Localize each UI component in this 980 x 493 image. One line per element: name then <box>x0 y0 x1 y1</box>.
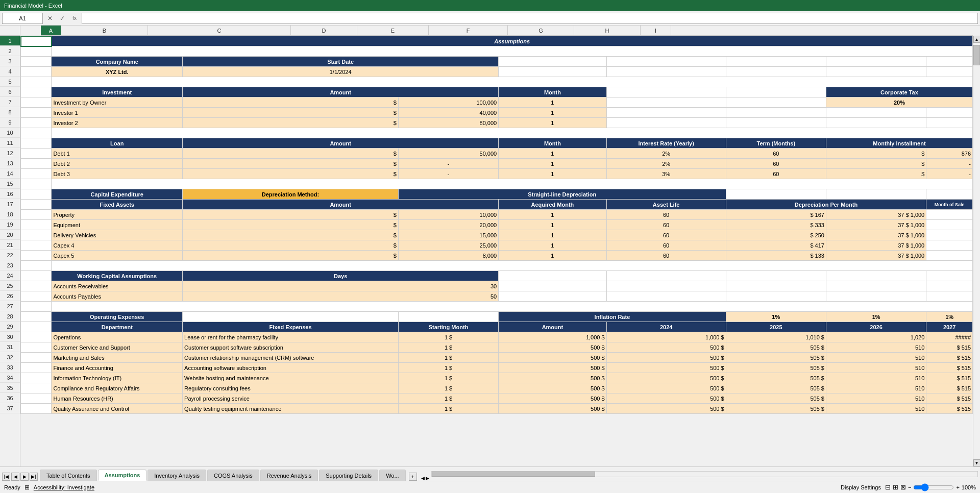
cell-A11[interactable] <box>21 138 52 149</box>
cell-H13[interactable]: $ <box>826 159 926 169</box>
cell-B14[interactable]: Debt 3 <box>52 169 183 179</box>
cell-E3[interactable] <box>499 57 606 67</box>
col-header-B[interactable]: B <box>61 26 148 35</box>
cell-G25[interactable] <box>726 281 826 291</box>
cell-H36[interactable]: 510 <box>826 393 926 404</box>
row-num-32[interactable]: 32 <box>0 352 20 362</box>
cell-B27[interactable] <box>52 302 973 312</box>
cell-A5[interactable] <box>21 77 52 87</box>
col-header-G[interactable]: G <box>508 26 574 35</box>
cell-C8[interactable]: $ <box>183 108 399 118</box>
cell-G4[interactable] <box>726 67 826 77</box>
cell-A23[interactable] <box>21 261 52 271</box>
cell-D28[interactable] <box>398 312 498 322</box>
cell-H25[interactable] <box>826 281 926 291</box>
row-num-20[interactable]: 20 <box>0 230 20 240</box>
display-settings[interactable]: Display Settings <box>841 484 881 490</box>
cell-I26[interactable] <box>926 291 973 302</box>
cell-C7[interactable]: $ <box>183 97 399 108</box>
cell-B20[interactable]: Delivery Vehicles <box>52 230 183 240</box>
cell-G35[interactable]: 505 $ <box>726 383 826 393</box>
cell-A29[interactable] <box>21 322 52 332</box>
cell-E20[interactable]: 1 <box>499 230 606 240</box>
cell-G8[interactable] <box>726 108 826 118</box>
cell-H37[interactable]: 510 <box>826 404 926 414</box>
row-num-22[interactable]: 22 <box>0 250 20 260</box>
cell-F24[interactable] <box>606 271 726 281</box>
row-num-16[interactable]: 16 <box>0 189 20 199</box>
cell-H26[interactable] <box>826 291 926 302</box>
cell-A36[interactable] <box>21 393 52 404</box>
cell-F32[interactable]: 500 $ <box>606 353 726 363</box>
cell-A6[interactable] <box>21 87 52 97</box>
cell-C31[interactable]: Customer support software subscription <box>183 342 399 353</box>
cell-H19[interactable]: 37 $ 1,000 <box>826 220 926 230</box>
cell-G34[interactable]: 505 $ <box>726 373 826 383</box>
cell-I13[interactable]: - <box>926 159 973 169</box>
cell-H28[interactable]: 1% <box>826 312 926 322</box>
row-num-3[interactable]: 3 <box>0 56 20 66</box>
cell-B1[interactable]: Assumptions <box>52 36 973 46</box>
row-num-21[interactable]: 21 <box>0 240 20 250</box>
row-num-30[interactable]: 30 <box>0 332 20 342</box>
cell-H32[interactable]: 510 <box>826 353 926 363</box>
cell-C34[interactable]: Website hosting and maintenance <box>183 373 399 383</box>
cell-H6[interactable]: Corporate Tax <box>826 87 972 97</box>
cell-H24[interactable] <box>826 271 926 281</box>
cell-E22[interactable]: 1 <box>499 251 606 261</box>
cell-D33[interactable]: 1 $ <box>398 363 498 373</box>
cell-F22[interactable]: 60 <box>606 251 726 261</box>
cell-D16[interactable]: Straight-line Depreciation <box>398 189 726 200</box>
formula-input[interactable] <box>82 13 978 24</box>
cell-D21[interactable]: 25,000 <box>398 240 498 251</box>
tab-wo[interactable]: Wo... <box>379 470 405 481</box>
scroll-track[interactable] <box>973 43 980 459</box>
cell-A30[interactable] <box>21 332 52 342</box>
horizontal-scrollbar[interactable] <box>431 471 978 477</box>
cell-B32[interactable]: Marketing and Sales <box>52 353 183 363</box>
cell-B24[interactable]: Working Capital Assumptions <box>52 271 183 281</box>
cancel-formula-btn[interactable]: ✕ <box>45 13 55 23</box>
cell-I16[interactable] <box>926 189 973 200</box>
cell-A24[interactable] <box>21 271 52 281</box>
sheet-scroll-left[interactable]: ◀ <box>421 476 425 481</box>
cell-G12[interactable]: 60 <box>726 149 826 159</box>
cell-B26[interactable]: Accounts Payables <box>52 291 183 302</box>
cell-E34[interactable]: 500 $ <box>499 373 606 383</box>
cell-B34[interactable]: Information Technology (IT) <box>52 373 183 383</box>
cell-G16[interactable] <box>726 189 826 200</box>
cell-A18[interactable] <box>21 210 52 220</box>
cell-C33[interactable]: Accounting software subscription <box>183 363 399 373</box>
cell-E37[interactable]: 500 $ <box>499 404 606 414</box>
zoom-slider[interactable] <box>913 483 954 491</box>
cell-I33[interactable]: $ 515 <box>926 363 973 373</box>
cell-A32[interactable] <box>21 353 52 363</box>
cell-A21[interactable] <box>21 240 52 251</box>
cell-B21[interactable]: Capex 4 <box>52 240 183 251</box>
cell-D22[interactable]: 8,000 <box>398 251 498 261</box>
cell-B9[interactable]: Investor 2 <box>52 118 183 128</box>
tab-assumptions[interactable]: Assumptions <box>98 470 147 481</box>
confirm-formula-btn[interactable]: ✓ <box>57 13 67 23</box>
cell-B5[interactable] <box>52 77 973 87</box>
cell-D11[interactable]: Month <box>499 138 606 149</box>
cell-F9[interactable] <box>606 118 726 128</box>
cell-G29[interactable]: 2025 <box>726 322 826 332</box>
cell-F26[interactable] <box>606 291 726 302</box>
cell-F6[interactable] <box>606 87 726 97</box>
cell-C4[interactable]: 1/1/2024 <box>183 67 499 77</box>
cell-D8[interactable]: 40,000 <box>398 108 498 118</box>
col-header-E[interactable]: E <box>357 26 429 35</box>
cell-H29[interactable]: 2026 <box>826 322 926 332</box>
tab-cogs-analysis[interactable]: COGS Analysis <box>207 470 259 481</box>
cell-H7[interactable]: 20% <box>826 97 972 108</box>
cell-B25[interactable]: Accounts Receivables <box>52 281 183 291</box>
cell-A14[interactable] <box>21 169 52 179</box>
row-num-23[interactable]: 23 <box>0 260 20 270</box>
cell-I21[interactable] <box>926 240 973 251</box>
cell-A13[interactable] <box>21 159 52 169</box>
cell-E36[interactable]: 500 $ <box>499 393 606 404</box>
cell-G20[interactable]: $ 250 <box>726 230 826 240</box>
cell-B35[interactable]: Compliance and Regulatory Affairs <box>52 383 183 393</box>
cell-G11[interactable]: Monthly Installment <box>826 138 972 149</box>
